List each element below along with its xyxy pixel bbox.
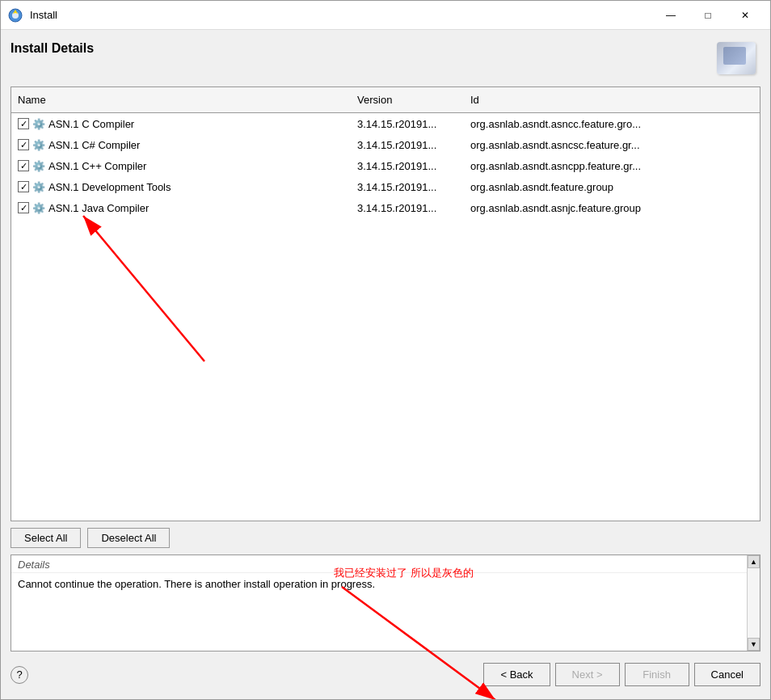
plugin-icon-0: ⚙️	[32, 117, 45, 130]
table-row[interactable]: ⚙️ ASN.1 C# Compiler 3.14.15.r20191... o…	[11, 134, 760, 155]
deselect-all-button[interactable]: Deselect All	[87, 528, 170, 548]
content-area: Install Details Name Version Id	[1, 30, 770, 699]
cell-name-2: ⚙️ ASN.1 C++ Compiler	[11, 158, 351, 174]
window-icon	[7, 7, 23, 23]
minimize-button[interactable]: —	[652, 3, 689, 27]
plugin-icon-1: ⚙️	[32, 138, 45, 151]
finish-button[interactable]: Finish	[625, 663, 689, 686]
disk-icon	[717, 42, 756, 74]
scroll-up-button[interactable]: ▲	[748, 555, 760, 568]
details-label: Details	[11, 555, 760, 573]
column-header-name: Name	[11, 91, 351, 109]
cell-version-1: 3.14.15.r20191...	[351, 137, 464, 153]
select-all-button[interactable]: Select All	[11, 528, 81, 548]
back-button[interactable]: < Back	[483, 663, 550, 686]
title-bar: Install — □ ✕	[1, 1, 770, 30]
cell-version-4: 3.14.15.r20191...	[351, 200, 464, 216]
bottom-bar: ? < Back Next > Finish Cancel	[11, 658, 760, 691]
table-row[interactable]: ⚙️ ASN.1 C++ Compiler 3.14.15.r20191... …	[11, 155, 760, 176]
table-header: Name Version Id	[11, 87, 760, 113]
window-controls: — □ ✕	[652, 3, 764, 27]
table-wrapper: Name Version Id ⚙️ ASN.1 C Compiler 3.14…	[11, 86, 760, 521]
help-button[interactable]: ?	[11, 666, 28, 684]
page-title: Install Details	[11, 38, 94, 56]
cell-name-4: ⚙️ ASN.1 Java Compiler	[11, 200, 351, 216]
table-row[interactable]: ⚙️ ASN.1 C Compiler 3.14.15.r20191... or…	[11, 113, 760, 134]
bottom-right: < Back Next > Finish Cancel	[483, 663, 760, 686]
items-table: Name Version Id ⚙️ ASN.1 C Compiler 3.14…	[11, 86, 760, 521]
checkbox-4[interactable]	[18, 202, 29, 213]
cell-name-0: ⚙️ ASN.1 C Compiler	[11, 116, 351, 132]
cancel-button[interactable]: Cancel	[694, 663, 760, 686]
button-row: Select All Deselect All	[11, 521, 760, 555]
plugin-icon-2: ⚙️	[32, 159, 45, 172]
details-section: Details Cannot continue the operation. T…	[11, 555, 760, 652]
column-header-id: Id	[464, 91, 760, 109]
table-row[interactable]: ⚙️ ASN.1 Java Compiler 3.14.15.r20191...…	[11, 197, 760, 218]
maximize-button[interactable]: □	[689, 3, 727, 27]
cell-version-3: 3.14.15.r20191...	[351, 179, 464, 195]
details-wrapper: Details Cannot continue the operation. T…	[11, 555, 760, 658]
cell-id-2: org.asnlab.asndt.asncpp.feature.gr...	[464, 158, 760, 174]
plugin-icon-4: ⚙️	[32, 201, 45, 214]
cell-version-0: 3.14.15.r20191...	[351, 116, 464, 132]
install-window: Install — □ ✕ Install Details Name Versi…	[0, 0, 771, 700]
bottom-left: ?	[11, 666, 28, 684]
next-button[interactable]: Next >	[555, 663, 620, 686]
cell-id-4: org.asnlab.asndt.asnjc.feature.group	[464, 200, 760, 216]
svg-point-1	[12, 12, 19, 19]
close-button[interactable]: ✕	[727, 3, 764, 27]
scroll-down-button[interactable]: ▼	[748, 638, 760, 651]
details-text: Cannot continue the operation. There is …	[11, 573, 760, 651]
checkbox-1[interactable]	[18, 139, 29, 150]
header-icon	[712, 38, 760, 78]
cell-name-1: ⚙️ ASN.1 C# Compiler	[11, 137, 351, 153]
plugin-icon-3: ⚙️	[32, 180, 45, 193]
table-body: ⚙️ ASN.1 C Compiler 3.14.15.r20191... or…	[11, 113, 760, 521]
column-header-version: Version	[351, 91, 464, 109]
window-title: Install	[30, 9, 652, 21]
details-scrollbar: ▲ ▼	[747, 555, 760, 651]
cell-id-0: org.asnlab.asndt.asncc.feature.gro...	[464, 116, 760, 132]
table-row[interactable]: ⚙️ ASN.1 Development Tools 3.14.15.r2019…	[11, 176, 760, 197]
cell-name-3: ⚙️ ASN.1 Development Tools	[11, 179, 351, 195]
page-header: Install Details	[11, 38, 760, 78]
cell-id-3: org.asnlab.asndt.feature.group	[464, 179, 760, 195]
cell-id-1: org.asnlab.asndt.asncsc.feature.gr...	[464, 137, 760, 153]
checkbox-0[interactable]	[18, 118, 29, 129]
cell-version-2: 3.14.15.r20191...	[351, 158, 464, 174]
checkbox-3[interactable]	[18, 181, 29, 192]
scroll-track	[748, 568, 760, 638]
checkbox-2[interactable]	[18, 160, 29, 171]
